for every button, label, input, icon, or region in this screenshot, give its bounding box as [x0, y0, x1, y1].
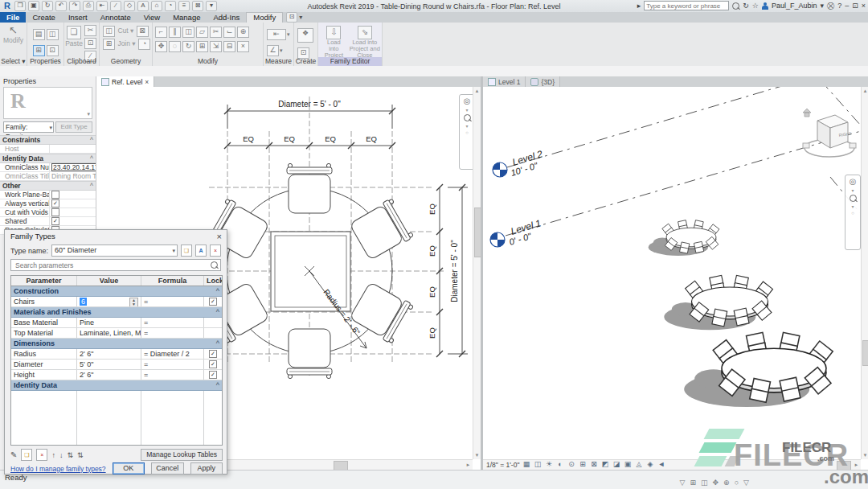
- redo-icon[interactable]: ↷: [69, 1, 80, 11]
- select-pinned-icon[interactable]: ⊕: [723, 479, 730, 487]
- cut-clipboard-icon[interactable]: ✂: [84, 25, 96, 36]
- tag-icon[interactable]: ◇: [124, 1, 135, 11]
- shared-checkbox[interactable]: ✓: [51, 217, 59, 225]
- cut-with-voids-checkbox[interactable]: [51, 208, 59, 216]
- restore-icon[interactable]: ⊡: [852, 2, 858, 10]
- temporary-hide-isolate-icon[interactable]: ◩: [600, 460, 609, 469]
- select-underlay-icon[interactable]: ○: [735, 479, 739, 487]
- other-section-header[interactable]: Other^: [0, 181, 96, 191]
- family-selector[interactable]: Family: Furniture▾: [3, 121, 54, 133]
- default-3d-view-icon[interactable]: ⌂: [151, 1, 162, 11]
- viewcube[interactable]: RIGHT: [803, 109, 856, 157]
- design-options-icon[interactable]: ⊞: [690, 479, 696, 487]
- eq-label[interactable]: EQ: [428, 286, 436, 298]
- aligned-dimension-icon[interactable]: ⁄: [110, 1, 121, 11]
- ribbon-state-dropdown[interactable]: ⊡ ▾: [286, 12, 302, 23]
- chairs-value-field[interactable]: 6▲▼: [77, 297, 141, 306]
- spinner-icon[interactable]: ▲▼: [129, 298, 138, 306]
- move-parameter-down-icon[interactable]: ↓: [59, 451, 63, 459]
- close-view-icon[interactable]: ×: [145, 78, 149, 86]
- vcb-expand-icon[interactable]: ◄: [657, 460, 665, 469]
- section-icon[interactable]: ◔: [165, 1, 176, 11]
- measure-tool-icon[interactable]: ⇤: [267, 29, 286, 40]
- scale-icon[interactable]: ⇲: [210, 41, 222, 52]
- dialog-close-icon[interactable]: ×: [217, 230, 222, 243]
- undo-icon[interactable]: ↶: [55, 1, 67, 11]
- pin-icon[interactable]: ⊕: [237, 27, 249, 38]
- move-parameter-up-icon[interactable]: ↑: [51, 451, 55, 459]
- move-icon[interactable]: ✥: [155, 41, 167, 52]
- chevron-down-icon[interactable]: ▾: [465, 123, 468, 129]
- tab-view[interactable]: View: [137, 12, 166, 23]
- create-group-icon[interactable]: ❖: [297, 28, 313, 43]
- close-icon[interactable]: ×: [862, 2, 866, 10]
- geometry-extra1-icon[interactable]: ⊠: [137, 26, 149, 37]
- tab-annotate[interactable]: Annotate: [94, 12, 137, 23]
- scroll-right-icon[interactable]: ►: [853, 462, 860, 468]
- diameter-value[interactable]: 5' 0": [77, 360, 141, 369]
- navbar-options-icon[interactable]: ○: [851, 211, 854, 216]
- rename-type-icon[interactable]: A: [195, 244, 207, 257]
- cut-geometry-button[interactable]: ◫ Cut ▾ ⊠: [102, 25, 152, 38]
- zoom-tool-icon[interactable]: [850, 195, 857, 202]
- table-3d-medium[interactable]: [664, 275, 772, 330]
- 3d-view-canvas[interactable]: Level 2 10' - 0" Level 1 0' - 0" RIGHT: [483, 87, 861, 459]
- top-material-value[interactable]: Laminate, Linen, Matte: [77, 328, 141, 338]
- parameter-search-input[interactable]: [14, 261, 211, 270]
- rotate-icon[interactable]: ↻: [182, 41, 194, 52]
- open-icon[interactable]: ❒: [14, 1, 26, 11]
- mirror-line-icon[interactable]: ▱: [196, 27, 208, 38]
- app-store-cart-icon[interactable]: ⛒: [827, 2, 834, 10]
- type-name-combo[interactable]: 60" Diameter ▾: [51, 244, 178, 257]
- angle-dimension-icon[interactable]: ∠: [267, 45, 279, 56]
- edit-type-button[interactable]: Edit Type: [55, 121, 92, 133]
- sun-path-icon[interactable]: ☀: [544, 460, 553, 469]
- diameter-formula[interactable]: =: [141, 360, 204, 369]
- mirror-axis-icon[interactable]: ◫: [182, 27, 194, 38]
- customize-qat-icon[interactable]: ▾: [206, 1, 217, 11]
- revit-logo-icon[interactable]: R: [2, 2, 12, 10]
- section-materials[interactable]: Materials and Finishes^: [11, 307, 222, 318]
- new-parameter-icon[interactable]: ❏: [21, 449, 32, 461]
- dim-diameter-top[interactable]: Diameter = 5' - 0": [278, 100, 341, 109]
- 3d-horizontal-scrollbar[interactable]: 1/8" = 1'-0" ▦ ◫ ☀ ◐ ⊙ ⊞ ⊠ ◩ ◪ ▣ ◬ ◈ ◄ ►: [483, 459, 861, 471]
- column-parameter[interactable]: Parameter: [11, 276, 77, 286]
- tab-modify[interactable]: Modify: [246, 12, 283, 23]
- cancel-button[interactable]: Cancel: [151, 462, 183, 475]
- visual-style-icon[interactable]: ◫: [533, 460, 542, 469]
- section-dimensions[interactable]: Dimensions^: [11, 339, 222, 349]
- radius-formula[interactable]: = Diameter / 2: [141, 349, 204, 359]
- family-types-icon[interactable]: ⊞: [33, 45, 45, 56]
- thin-lines-icon[interactable]: ≡: [178, 1, 190, 11]
- omniclass-number-value[interactable]: 23.40.20.14.17.11: [51, 163, 96, 171]
- chairs-formula[interactable]: =: [141, 297, 204, 306]
- shadows-icon[interactable]: ◐: [555, 460, 564, 469]
- geometry-extra2-icon[interactable]: ◔: [138, 39, 150, 50]
- column-value[interactable]: Value: [77, 276, 141, 286]
- top-material-formula[interactable]: =: [141, 328, 204, 338]
- constraints-section-header[interactable]: Constraints^: [0, 135, 96, 145]
- constraints-visibility-icon[interactable]: ◈: [645, 460, 654, 469]
- worksets-icon[interactable]: ▽: [680, 479, 686, 487]
- dim-diameter-right[interactable]: Diameter = 5' - 0": [450, 240, 459, 302]
- tab-ref-level[interactable]: Ref. Level ×: [96, 76, 154, 87]
- preview-expander-icon[interactable]: ▾: [87, 111, 90, 117]
- manage-lookup-tables-button[interactable]: Manage Lookup Tables: [141, 449, 223, 461]
- unpin-icon[interactable]: ⊟: [223, 41, 235, 52]
- crop-view-icon[interactable]: ⊞: [578, 460, 587, 469]
- measure-icon[interactable]: ⇤: [96, 1, 108, 11]
- edit-parameter-icon[interactable]: ✎: [10, 450, 17, 459]
- parameter-search[interactable]: [10, 259, 221, 271]
- eq-label[interactable]: EQ: [428, 245, 436, 257]
- exclude-options-icon[interactable]: ◫: [701, 479, 708, 487]
- press-drag-icon[interactable]: ✥: [713, 479, 719, 487]
- new-type-icon[interactable]: ❏: [181, 244, 192, 257]
- 3d-vertical-scrollbar[interactable]: ▲ ▼: [861, 87, 868, 459]
- level-2-datum[interactable]: [493, 162, 507, 177]
- column-formula[interactable]: Formula: [141, 276, 204, 286]
- height-lock-checkbox[interactable]: ✓: [209, 371, 217, 379]
- chevron-down-icon[interactable]: ▾: [465, 107, 468, 113]
- close-hidden-windows-icon[interactable]: ⊠: [192, 1, 203, 11]
- family-types-icon-2[interactable]: ◫: [47, 29, 59, 40]
- section-construction[interactable]: Construction^: [11, 286, 222, 297]
